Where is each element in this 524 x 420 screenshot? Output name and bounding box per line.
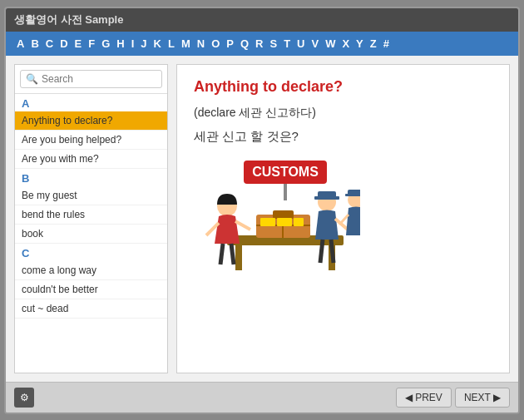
svg-rect-26 — [345, 194, 360, 196]
sidebar-item-anything-to-declare[interactable]: Anything to declare? — [15, 111, 167, 131]
svg-line-23 — [331, 240, 334, 263]
alphabet-letter-t[interactable]: T — [281, 37, 293, 51]
alphabet-letter-p[interactable]: P — [224, 37, 236, 51]
alphabet-letter-x[interactable]: X — [339, 37, 352, 51]
sidebar-item-couldnt-be-better[interactable]: couldn't be better — [15, 280, 167, 299]
alphabet-letter-v[interactable]: V — [309, 37, 321, 51]
svg-line-22 — [320, 240, 323, 263]
alphabet-letter-m[interactable]: M — [179, 37, 193, 51]
alphabet-letter-u[interactable]: U — [294, 37, 307, 51]
alphabet-letter-n[interactable]: N — [195, 37, 207, 51]
alphabet-letter-i[interactable]: I — [129, 37, 137, 51]
alphabet-letter-s[interactable]: S — [267, 37, 279, 51]
alphabet-letter-k[interactable]: K — [151, 37, 164, 51]
svg-rect-10 — [260, 218, 275, 226]
app-container: 생활영어 사전 Sample ABCDEFGHIJKLMNOPQRSTUVWXY… — [4, 7, 520, 414]
sidebar-item-are-you-being-helped[interactable]: Are you being helped? — [15, 131, 167, 150]
svg-rect-12 — [294, 218, 304, 226]
title-bar: 생활영어 사전 Sample — [6, 8, 518, 32]
search-icon: 🔍 — [26, 73, 38, 85]
search-input-wrapper[interactable]: 🔍 — [20, 70, 162, 88]
sidebar-list: A Anything to declare? Are you being hel… — [15, 94, 167, 373]
alphabet-letter-h[interactable]: H — [114, 37, 126, 51]
search-box: 🔍 — [15, 65, 167, 94]
alphabet-letter-f[interactable]: F — [86, 37, 97, 51]
svg-line-16 — [220, 244, 223, 264]
svg-text:CUSTOMS: CUSTOMS — [252, 165, 319, 179]
sidebar-item-cut-dead[interactable]: cut ~ dead — [15, 299, 167, 319]
customs-illustration: CUSTOMS — [194, 156, 360, 289]
bottom-bar: ⚙ ◀ PREV NEXT ▶ — [6, 382, 518, 413]
content-subtitle: (declare 세관 신고하다) — [194, 106, 492, 121]
svg-rect-4 — [235, 245, 242, 270]
alphabet-letter-w[interactable]: W — [323, 37, 338, 51]
alphabet-letter-e[interactable]: E — [72, 37, 85, 51]
next-button[interactable]: NEXT ▶ — [455, 388, 510, 408]
settings-icon[interactable]: ⚙ — [14, 388, 34, 408]
sidebar-item-come-a-long-way[interactable]: come a long way — [15, 261, 167, 280]
prev-button[interactable]: ◀ PREV — [396, 388, 452, 408]
svg-rect-11 — [277, 218, 292, 226]
content-title: Anything to declare? — [194, 78, 492, 96]
alphabet-letter-z[interactable]: Z — [368, 37, 379, 51]
main-area: 🔍 A Anything to declare? Are you being h… — [6, 56, 518, 382]
alphabet-letter-c[interactable]: C — [43, 37, 56, 51]
sidebar-item-be-my-guest[interactable]: Be my guest — [15, 186, 167, 205]
sidebar-item-bend-the-rules[interactable]: bend the rules — [15, 205, 167, 225]
alphabet-letter-#[interactable]: # — [381, 37, 392, 51]
section-label-a: A — [15, 94, 167, 111]
svg-rect-2 — [284, 184, 287, 200]
alphabet-letter-l[interactable]: L — [166, 37, 177, 51]
search-input[interactable] — [42, 73, 156, 85]
alphabet-letter-g[interactable]: G — [99, 37, 112, 51]
sidebar-item-are-you-with-me[interactable]: Are you with me? — [15, 150, 167, 169]
nav-buttons: ◀ PREV NEXT ▶ — [396, 388, 510, 408]
alphabet-letter-j[interactable]: J — [138, 37, 149, 51]
svg-line-15 — [235, 221, 250, 230]
alphabet-letter-a[interactable]: A — [14, 37, 27, 51]
alphabet-letter-b[interactable]: B — [28, 37, 41, 51]
sidebar: 🔍 A Anything to declare? Are you being h… — [14, 64, 168, 373]
alphabet-bar: ABCDEFGHIJKLMNOPQRSTUVWXYZ# — [6, 32, 518, 56]
alphabet-letter-d[interactable]: D — [57, 37, 70, 51]
svg-line-17 — [231, 244, 234, 264]
content-korean: 세관 신고 할 것은? — [194, 129, 492, 145]
alphabet-letter-y[interactable]: Y — [353, 37, 366, 51]
alphabet-letter-r[interactable]: R — [253, 37, 265, 51]
alphabet-letter-q[interactable]: Q — [238, 37, 251, 51]
alphabet-letter-o[interactable]: O — [209, 37, 222, 51]
section-label-c: C — [15, 244, 167, 261]
app-title: 생활영어 사전 Sample — [14, 13, 123, 26]
settings-glyph: ⚙ — [20, 392, 29, 403]
content-area: Anything to declare? (declare 세관 신고하다) 세… — [176, 64, 510, 373]
sidebar-item-book[interactable]: book — [15, 225, 167, 244]
svg-rect-20 — [314, 196, 339, 200]
section-label-b: B — [15, 169, 167, 186]
